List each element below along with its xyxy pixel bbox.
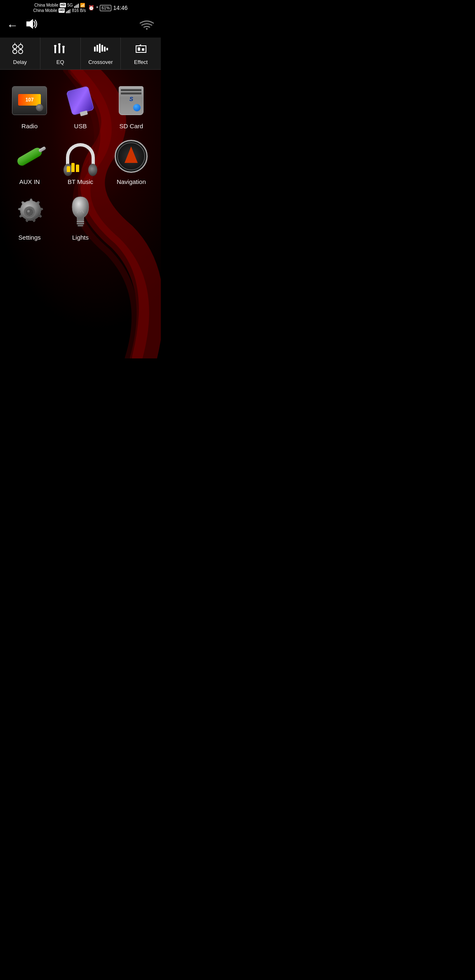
app-radio[interactable]: 107 Radio (6, 82, 53, 130)
svg-rect-13 (96, 45, 98, 52)
tab-bar: Delay EQ Crossover (0, 38, 161, 70)
app-auxin[interactable]: AUX IN (6, 138, 53, 185)
battery-level: 61 (101, 6, 106, 10)
usb-label: USB (74, 122, 87, 130)
status-icons: ⏰ * 61% 14:46 (88, 5, 127, 11)
navigation-icon (115, 140, 148, 173)
alarm-icon: ⏰ (88, 5, 94, 11)
signal-bars1 (74, 3, 79, 8)
aux-tip (38, 146, 47, 152)
btmusic-icon (63, 140, 98, 173)
svg-rect-6 (54, 46, 56, 53)
radio-label: Radio (21, 122, 38, 130)
usb-body (66, 86, 95, 115)
app-usb[interactable]: USB (57, 82, 103, 130)
bulb-svg (68, 195, 93, 230)
usb-icon-wrap (62, 82, 99, 119)
svg-point-2 (13, 45, 17, 49)
carrier-info: China Mobile HD 5G 📶 China Mobile HD 816… (33, 2, 86, 13)
lights-label: Lights (72, 234, 89, 241)
auxin-icon-wrap (11, 138, 48, 175)
svg-point-24 (26, 209, 33, 215)
svg-rect-19 (142, 48, 144, 51)
clock: 14:46 (113, 5, 127, 11)
svg-rect-7 (54, 45, 56, 47)
lights-icon (67, 196, 94, 229)
btmusic-icon-wrap (62, 138, 99, 175)
back-button[interactable]: ← (7, 19, 18, 32)
navigation-label: Navigation (117, 178, 146, 185)
aux-cable (16, 146, 43, 167)
music-bar2 (71, 163, 75, 172)
app-settings[interactable]: Settings (6, 193, 53, 241)
headphone-right-ear (88, 164, 97, 176)
top-bar-left: ← (7, 18, 40, 33)
hd-badge2: HD (59, 8, 65, 12)
svg-point-1 (146, 28, 148, 30)
data-speed: 816 B/s (72, 8, 86, 13)
navigation-icon-wrap (113, 138, 150, 175)
radio-freq: 107 (26, 97, 34, 103)
bottom-spacer (4, 245, 157, 261)
sdcard-stripe (121, 89, 141, 91)
main-content: 107 Radio USB (0, 70, 161, 358)
signal-bars2 (66, 8, 71, 13)
tab-eq[interactable]: EQ (40, 38, 81, 69)
app-btmusic[interactable]: BT Music (57, 138, 103, 185)
lights-icon-wrap (62, 193, 99, 231)
sdcard-letter: S (129, 96, 133, 102)
tab-delay[interactable]: Delay (0, 38, 40, 69)
tab-crossover-label: Crossover (88, 59, 113, 65)
status-bar: China Mobile HD 5G 📶 China Mobile HD 816… (0, 0, 161, 15)
auxin-icon (7, 134, 52, 178)
svg-rect-9 (58, 43, 61, 45)
radio-knob (36, 104, 43, 111)
settings-icon-wrap (11, 193, 48, 231)
svg-rect-15 (101, 45, 103, 52)
radio-screen: 107 (18, 94, 41, 106)
svg-rect-28 (77, 223, 84, 224)
sdcard-ball (133, 104, 141, 111)
svg-rect-18 (138, 47, 140, 51)
volume-icon[interactable] (25, 18, 40, 33)
svg-point-3 (19, 45, 23, 49)
hd-badge1: HD (60, 3, 66, 7)
app-sdcard[interactable]: S SD Card (108, 82, 155, 130)
battery-indicator: 61% (100, 5, 111, 11)
settings-icon (13, 196, 46, 229)
svg-point-25 (27, 210, 30, 212)
carrier2-label: China Mobile (33, 8, 57, 13)
music-bars (67, 163, 79, 172)
tab-effect[interactable]: Effect (121, 38, 161, 69)
wifi-icon (139, 18, 154, 33)
app-grid: 107 Radio USB (4, 78, 157, 245)
settings-label: Settings (19, 234, 41, 241)
app-navigation[interactable]: Navigation (108, 138, 155, 185)
auxin-label: AUX IN (19, 178, 40, 185)
sdcard-label: SD Card (120, 122, 143, 130)
svg-rect-17 (106, 48, 108, 50)
usb-icon (64, 85, 97, 116)
delay-icon (12, 42, 27, 57)
gear-svg (14, 197, 45, 228)
svg-rect-16 (104, 47, 106, 52)
sdcard-body: S (119, 86, 143, 115)
svg-rect-27 (77, 221, 84, 222)
tab-effect-label: Effect (134, 59, 148, 65)
eq-icon (53, 42, 68, 57)
app-lights[interactable]: Lights (57, 193, 103, 241)
radio-icon-wrap: 107 (11, 82, 48, 119)
svg-marker-0 (26, 19, 33, 29)
svg-rect-8 (59, 44, 60, 53)
effect-icon (134, 42, 148, 57)
music-bar1 (67, 166, 70, 172)
carrier1-label: China Mobile (34, 2, 58, 8)
sdcard-stripe2 (121, 92, 141, 94)
btmusic-label: BT Music (68, 178, 93, 185)
tab-eq-label: EQ (56, 59, 64, 65)
nav-arrow (125, 146, 138, 163)
sdcard-icon: S (115, 85, 148, 116)
tab-crossover[interactable]: Crossover (81, 38, 121, 69)
sdcard-icon-wrap: S (113, 82, 150, 119)
usb-plug (80, 111, 88, 116)
